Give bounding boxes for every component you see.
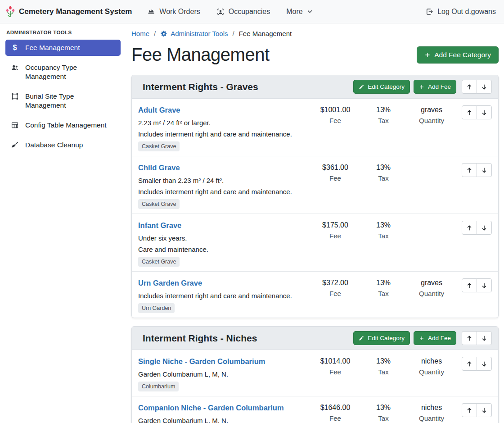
move-category-up-button[interactable]: [462, 331, 477, 345]
fee-description: 2.23 m² / 24 ft² or larger.: [138, 119, 310, 127]
arrow-down-icon: [481, 361, 487, 367]
logout-label: Log Out d.gowans: [437, 8, 496, 16]
fee-label: Fee: [310, 414, 360, 422]
move-fee-down-button[interactable]: [477, 357, 492, 371]
tax-column: 13% Tax: [360, 403, 407, 422]
nav-more[interactable]: More: [286, 8, 312, 16]
fee-row: Single Niche - Garden Columbarium Garden…: [132, 350, 498, 396]
arrow-down-icon: [481, 225, 487, 231]
move-category-down-button[interactable]: [477, 331, 492, 345]
vector-square-icon: [10, 92, 20, 100]
broom-icon: [10, 141, 20, 149]
fee-category-card-graves: Interment Rights - Graves Edit Category …: [131, 75, 499, 318]
fee-description: Garden Columbarium L, M, N.: [138, 417, 310, 423]
tax-label: Tax: [360, 232, 407, 240]
move-fee-up-button[interactable]: [462, 221, 477, 235]
quantity-label: Quantity: [407, 414, 456, 422]
quantity-column: [407, 221, 456, 221]
breadcrumb-home-link[interactable]: Home: [131, 30, 149, 37]
edit-category-button[interactable]: Edit Category: [353, 331, 410, 345]
fee-row: Adult Grave 2.23 m² / 24 ft² or larger. …: [132, 99, 498, 156]
category-header: Interment Rights - Niches Edit Category …: [132, 327, 498, 350]
gear-icon: [160, 30, 167, 37]
fee-name-link[interactable]: Child Grave: [138, 164, 180, 172]
fee-name-link[interactable]: Companion Niche - Garden Columbarium: [138, 404, 284, 412]
quantity-value: niches: [407, 357, 456, 365]
chevron-down-icon: [307, 9, 313, 14]
fee-description: Smaller than 2.23 m² / 24 ft².: [138, 177, 310, 184]
sidebar-item-config-table-management[interactable]: Config Table Management: [5, 117, 121, 133]
fee-type-badge: Columbarium: [138, 382, 179, 391]
app-title: Cemetery Management System: [19, 7, 132, 16]
arrow-up-icon: [466, 361, 472, 367]
move-fee-up-button[interactable]: [462, 403, 477, 417]
add-fee-button[interactable]: Add Fee: [414, 331, 456, 345]
move-fee-up-button[interactable]: [462, 357, 477, 371]
move-fee-down-button[interactable]: [477, 105, 492, 119]
fee-label: Fee: [310, 117, 360, 124]
move-fee-down-button[interactable]: [477, 278, 492, 292]
logout-link[interactable]: Log Out d.gowans: [425, 8, 496, 16]
arrow-up-icon: [466, 167, 472, 173]
add-fee-category-button[interactable]: Add Fee Category: [417, 46, 499, 64]
arrow-up-icon: [466, 84, 472, 90]
fee-name-link[interactable]: Adult Grave: [138, 106, 180, 114]
edit-category-button[interactable]: Edit Category: [353, 80, 410, 94]
tax-label: Tax: [360, 290, 407, 297]
move-fee-down-button[interactable]: [477, 403, 492, 417]
breadcrumb-separator: /: [232, 30, 234, 37]
fee-description: Under six years.: [138, 234, 310, 242]
arrow-up-icon: [466, 225, 472, 231]
category-title: Interment Rights - Graves: [143, 82, 350, 92]
fee-type-badge: Urn Garden: [138, 303, 175, 313]
add-fee-category-label: Add Fee Category: [434, 51, 491, 59]
fee-amount: $372.00: [310, 279, 360, 287]
tax-value: 13%: [360, 404, 407, 412]
nav-work-orders[interactable]: Work Orders: [147, 8, 200, 16]
breadcrumb-admin-tools-link[interactable]: Administrator Tools: [171, 30, 228, 37]
fee-type-badge: Casket Grave: [138, 141, 180, 151]
fee-amount: $1646.00: [310, 404, 360, 412]
fee-amount: $1001.00: [310, 106, 360, 114]
move-fee-down-button[interactable]: [477, 221, 492, 235]
sidebar-item-burial-site-type-management[interactable]: Burial Site Type Management: [5, 88, 121, 114]
fee-description: Care and maintenance.: [138, 246, 310, 253]
fee-amount-column: $1646.00 Fee: [310, 403, 360, 422]
quantity-value: graves: [407, 279, 456, 287]
fee-amount-column: $372.00 Fee: [310, 278, 360, 297]
fee-name-link[interactable]: Urn Garden Grave: [138, 279, 202, 287]
arrow-down-icon: [481, 167, 487, 173]
pencil-icon: [359, 84, 364, 90]
add-fee-button[interactable]: Add Fee: [414, 80, 456, 94]
sidebar-item-label: Burial Site Type Management: [25, 92, 116, 110]
fee-type-badge: Casket Grave: [138, 257, 180, 267]
quantity-label: Quantity: [407, 368, 456, 376]
move-fee-up-button[interactable]: [462, 105, 477, 119]
sidebar: ADMINISTRATOR TOOLS $ Fee Management Occ…: [0, 23, 126, 157]
arrow-up-icon: [466, 407, 472, 414]
fee-amount-column: $361.00 Fee: [310, 163, 360, 182]
move-fee-down-button[interactable]: [477, 163, 492, 177]
users-icon: [10, 64, 20, 72]
move-category-down-button[interactable]: [477, 80, 492, 94]
edit-category-label: Edit Category: [368, 335, 405, 341]
sidebar-heading: ADMINISTRATOR TOOLS: [5, 30, 121, 40]
top-navbar: Cemetery Management System Work Orders O…: [0, 0, 504, 23]
move-fee-up-button[interactable]: [462, 163, 477, 177]
sidebar-item-occupancy-type-management[interactable]: Occupancy Type Management: [5, 59, 121, 85]
sidebar-item-fee-management[interactable]: $ Fee Management: [5, 40, 121, 56]
fee-type-badge: Casket Grave: [138, 199, 180, 209]
nav-occupancies[interactable]: Occupancies: [216, 8, 270, 16]
add-fee-label: Add Fee: [428, 335, 451, 341]
move-fee-up-button[interactable]: [462, 278, 477, 292]
sidebar-item-label: Database Cleanup: [25, 141, 83, 150]
nav-links: Work Orders Occupancies More: [147, 8, 312, 16]
quantity-column: graves Quantity: [407, 278, 456, 297]
sidebar-item-database-cleanup[interactable]: Database Cleanup: [5, 137, 121, 153]
quantity-value: graves: [407, 106, 456, 114]
fee-name-link[interactable]: Single Niche - Garden Columbarium: [138, 357, 265, 366]
move-category-up-button[interactable]: [462, 80, 477, 94]
fee-name-link[interactable]: Infant Grave: [138, 221, 181, 230]
fee-row: Companion Niche - Garden Columbarium Gar…: [132, 396, 498, 423]
tax-column: 13% Tax: [360, 278, 407, 297]
